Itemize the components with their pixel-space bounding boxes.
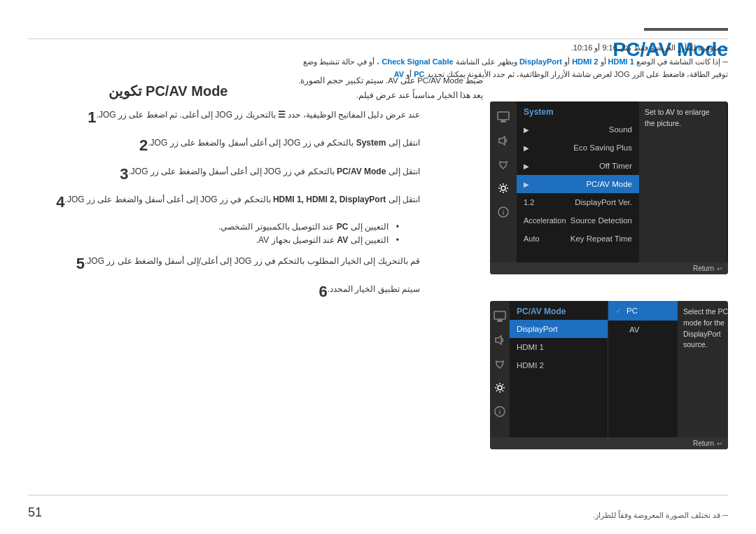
sub-menu-item-pc[interactable]: ✓ PC <box>608 301 678 321</box>
menu-item-dpver[interactable]: 1.2 DisplayPort Ver. <box>517 193 639 211</box>
step-5: قم بالتحريك إلى الخيار المطلوب بالتحكم ف… <box>28 255 420 273</box>
step-4: انتقل إلى HDMI 1, HDMI 2, DisplayPort با… <box>28 193 420 211</box>
sub-menu-item-av[interactable]: AV <box>608 321 678 339</box>
menu-item-offtimer[interactable]: ▶ Off Timer <box>517 157 639 175</box>
desc-panel-2: Select the PC/ AV mode for the DisplayPo… <box>678 301 728 437</box>
menu-item-keyrepeat[interactable]: Auto Key Repeat Time <box>517 230 639 248</box>
menu-list-1: System ▶ Sound ▶ Eco Saving Plus ▶ Off T… <box>517 101 639 262</box>
sound-icon <box>493 131 513 150</box>
bottom-note: ─ قد تختلف الصورة المعروضة وفقاً للطراز. <box>593 511 728 520</box>
return-bar-2: Return ↩ <box>490 437 728 449</box>
second-note-dash: ─ <box>720 57 728 66</box>
gear-icon-2 <box>490 378 510 398</box>
gear-icon <box>493 178 513 198</box>
svg-point-4 <box>501 186 505 190</box>
bullet-group: التعيين إلى PC عند التوصيل بالكمبيوتر ال… <box>28 222 399 245</box>
top-note-dash: ─ <box>720 43 728 52</box>
return-arrow-1: ↩ <box>717 265 722 272</box>
return-bar-1: Return ↩ <box>490 262 728 274</box>
menu-item-sourcedetect[interactable]: Acceleration Source Detection <box>517 211 639 230</box>
desc-panel-1: Set to AV to enlarge the picture. <box>639 101 727 262</box>
sound-icon-2 <box>490 330 510 350</box>
sub-menu-2: ✓ PC AV <box>608 301 678 437</box>
return-arrow-2: ↩ <box>717 440 722 447</box>
svg-rect-0 <box>498 112 509 120</box>
menu-item-hdmi2[interactable]: HDMI 2 <box>510 356 608 374</box>
menu-list-2: PC/AV Mode DisplayPort HDMI 1 HDMI 2 <box>510 301 608 437</box>
step-1: عند عرض دليل المفاتيح الوظيفية، حدد ☰ با… <box>28 108 420 127</box>
menu-item-hdmi1[interactable]: HDMI 1 <box>510 338 608 356</box>
svg-text:i: i <box>499 409 501 416</box>
step-2: انتقل إلى System بالتحكم في زر JOG إلى أ… <box>28 136 420 155</box>
step-6: سيتم تطبيق الخيار المحدد. 6 <box>28 283 420 301</box>
step-3: انتقل إلى PC/AV Mode بالتحكم في زر JOG إ… <box>28 165 420 183</box>
bottom-divider-line <box>28 495 728 496</box>
monitor-icon <box>493 107 513 127</box>
info-icon-2: i <box>490 402 510 421</box>
monitor-icon-2 <box>490 307 510 326</box>
svg-point-11 <box>498 386 502 390</box>
svg-marker-10 <box>496 336 501 344</box>
menu-header-system: System <box>517 101 639 120</box>
top-note-text: متوفرة للمآرز العريضة فقط مثل 9:16 أو 10… <box>571 43 720 52</box>
menu-item-eco[interactable]: ▶ Eco Saving Plus <box>517 139 639 157</box>
menu-header-pcavmode: PC/AV Mode <box>510 301 608 320</box>
info-icon: i <box>493 202 513 222</box>
menu-area-2: PC/AV Mode DisplayPort HDMI 1 HDMI 2 ✓ P… <box>510 301 728 437</box>
menu-item-pcavmode[interactable]: ▶ PC/AV Mode <box>517 175 639 193</box>
bullet-2: التعيين إلى AV عند التوصيل بجهاز AV. <box>28 235 399 245</box>
icon-bar-1: i <box>490 101 517 262</box>
top-decorative-bar <box>644 28 728 31</box>
top-note: ─ متوفرة للمآرز العريضة فقط مثل 9:16 أو … <box>571 43 728 52</box>
bullet-1: التعيين إلى PC عند التوصيل بالكمبيوتر ال… <box>28 222 399 232</box>
right-description: ضبط PC/AV Mode على AV. سيتم تكبير حجم ال… <box>298 73 483 102</box>
svg-rect-7 <box>494 311 505 319</box>
menu-item-displayport[interactable]: DisplayPort <box>510 320 608 338</box>
menu-item-sound[interactable]: ▶ Sound <box>517 120 639 139</box>
page-number: 51 <box>28 505 42 520</box>
eco-icon-2 <box>490 354 510 374</box>
eco-icon <box>493 155 513 174</box>
section-title: تكوين PC/AV Mode <box>28 83 308 99</box>
svg-text:i: i <box>503 209 505 216</box>
monitor-panel-2: i PC/AV Mode DisplayPort HDMI 1 HDMI 2 <box>490 301 728 449</box>
icon-bar-2: i <box>490 301 510 437</box>
content-area: عند عرض دليل المفاتيح الوظيفية، حدد ☰ با… <box>28 108 420 311</box>
monitor-panel-1: i System ▶ Sound ▶ Eco Saving Plus ▶ Off… <box>490 101 728 274</box>
svg-marker-3 <box>499 136 505 145</box>
